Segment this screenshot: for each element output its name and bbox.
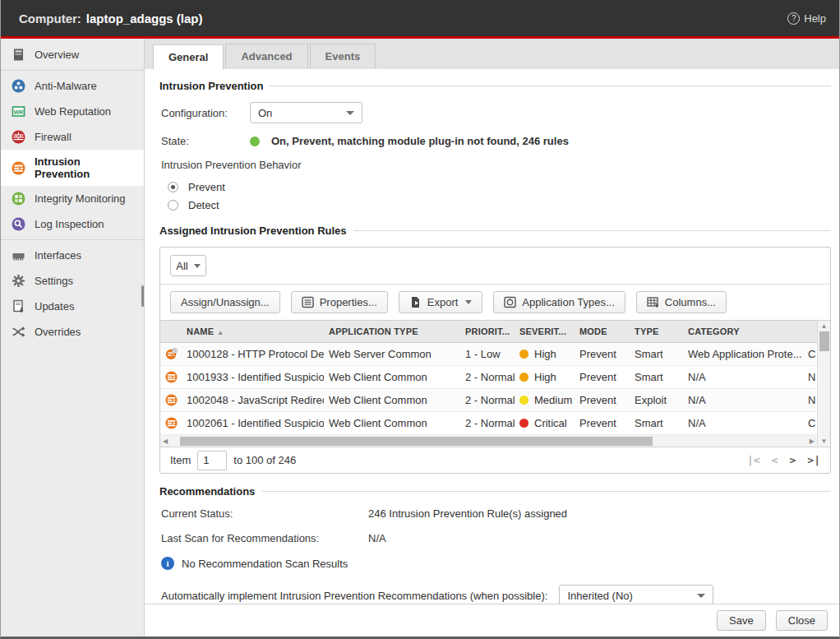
auto-implement-value: Inherited (No) bbox=[567, 590, 632, 602]
chevron-down-icon bbox=[465, 300, 472, 304]
column-header-application-type[interactable]: APPLICATION TYPE bbox=[324, 326, 460, 336]
sidebar-item-anti-malware[interactable]: Anti-Malware bbox=[1, 73, 144, 99]
column-header-type[interactable]: TYPE bbox=[630, 326, 683, 336]
radio-detect-control[interactable] bbox=[168, 200, 178, 211]
sidebar-item-overview[interactable]: Overview bbox=[1, 42, 144, 67]
integrity-monitoring-icon bbox=[12, 192, 25, 206]
sidebar-item-web-reputation[interactable]: WR Web Reputation bbox=[1, 99, 144, 124]
column-header-mode[interactable]: MODE bbox=[575, 326, 630, 336]
severity-dot bbox=[519, 419, 528, 428]
table-row[interactable]: 1002048 - JavaScript Redirect S... Web C… bbox=[160, 389, 817, 412]
radio-detect[interactable]: Detect bbox=[168, 199, 831, 211]
pagination-bar: Item to 100 of 246 |< < > >| bbox=[160, 447, 830, 473]
properties-label: Properties... bbox=[320, 296, 377, 308]
sidebar-item-label: Overrides bbox=[35, 326, 81, 338]
table-row[interactable]: 1001933 - Identified Suspicious... Web C… bbox=[160, 366, 817, 389]
rule-next-col-partial: N bbox=[803, 394, 817, 406]
export-button[interactable]: Export bbox=[399, 291, 483, 313]
chevron-down-icon bbox=[194, 264, 201, 268]
rules-filter-select[interactable]: All bbox=[170, 255, 206, 276]
scroll-right-icon[interactable]: ▶ bbox=[807, 438, 817, 445]
range-text: to 100 of 246 bbox=[233, 454, 296, 466]
intrusion-rule-icon bbox=[165, 371, 178, 383]
tab-general[interactable]: General bbox=[153, 44, 224, 70]
info-icon: i bbox=[161, 557, 174, 570]
current-status-label: Current Status: bbox=[161, 507, 368, 520]
rule-next-col-partial: C bbox=[803, 417, 817, 429]
column-header-name[interactable]: NAME▲ bbox=[182, 326, 324, 336]
sidebar-divider bbox=[1, 70, 144, 71]
sidebar-item-label: Anti-Malware bbox=[35, 80, 97, 92]
export-label: Export bbox=[427, 296, 459, 308]
columns-button[interactable]: Columns... bbox=[636, 291, 727, 313]
rule-name: 1002061 - Identified Suspicious... bbox=[187, 417, 324, 429]
configuration-label: Configuration: bbox=[161, 107, 250, 119]
rule-priority: 1 - Low bbox=[460, 348, 515, 360]
help-button[interactable]: ? Help bbox=[787, 12, 826, 25]
vertical-scrollbar-thumb[interactable] bbox=[819, 331, 829, 351]
rule-priority: 2 - Normal bbox=[460, 394, 515, 406]
sidebar-divider bbox=[1, 239, 144, 240]
scroll-up-icon[interactable]: ▲ bbox=[821, 322, 828, 330]
close-button[interactable]: Close bbox=[776, 610, 828, 631]
column-header-category[interactable]: CATEGORY bbox=[683, 326, 803, 336]
state-label: State: bbox=[161, 135, 250, 147]
tab-events[interactable]: Events bbox=[310, 44, 376, 69]
general-tab-content: Intrusion Prevention Configuration: On S… bbox=[145, 70, 839, 604]
properties-button[interactable]: Properties... bbox=[291, 291, 388, 313]
application-types-button[interactable]: Application Types... bbox=[493, 291, 625, 313]
table-row[interactable]: 1002061 - Identified Suspicious... Web C… bbox=[160, 412, 817, 435]
vertical-scrollbar[interactable]: ▲ ▼ bbox=[817, 321, 830, 447]
table-row[interactable]: 1000128 - HTTP Protocol Decod... Web Ser… bbox=[160, 343, 817, 366]
horizontal-scrollbar[interactable]: ◀ ▶ bbox=[160, 435, 817, 447]
rules-filter-value: All bbox=[176, 260, 187, 272]
sidebar-item-log-inspection[interactable]: Log Inspection bbox=[1, 211, 144, 237]
horizontal-scrollbar-thumb[interactable] bbox=[180, 437, 653, 446]
sidebar-item-intrusion-prevention[interactable]: Intrusion Prevention bbox=[1, 150, 144, 186]
rule-priority: 2 - Normal bbox=[460, 417, 515, 429]
radio-prevent-control[interactable] bbox=[168, 182, 178, 192]
application-types-label: Application Types... bbox=[522, 296, 615, 308]
sidebar-item-integrity-monitoring[interactable]: Integrity Monitoring bbox=[1, 186, 144, 211]
scroll-left-icon[interactable]: ◀ bbox=[160, 438, 170, 445]
sidebar-item-label: Interfaces bbox=[35, 249, 81, 262]
last-page-button[interactable]: >| bbox=[807, 454, 820, 466]
radio-prevent[interactable]: Prevent bbox=[168, 181, 831, 193]
rule-application-type: Web Client Common bbox=[324, 394, 460, 406]
sidebar-item-label: Settings bbox=[35, 275, 73, 287]
auto-implement-select[interactable]: Inherited (No) bbox=[559, 585, 713, 604]
tab-advanced[interactable]: Advanced bbox=[225, 44, 307, 69]
prev-page-button[interactable]: < bbox=[772, 454, 778, 466]
rule-severity: Medium bbox=[534, 394, 572, 406]
column-header-severity[interactable]: SEVERIT... bbox=[515, 326, 575, 336]
sidebar-item-interfaces[interactable]: Interfaces bbox=[1, 243, 144, 268]
item-number-input[interactable] bbox=[197, 451, 227, 470]
sidebar-item-overrides[interactable]: Overrides bbox=[1, 319, 144, 345]
rule-type: Smart bbox=[630, 348, 683, 360]
scroll-down-icon[interactable]: ▼ bbox=[821, 438, 828, 445]
sidebar-item-label: Updates bbox=[35, 300, 74, 313]
current-status-value: 246 Intrusion Prevention Rule(s) assigne… bbox=[368, 507, 567, 520]
rule-name: 1000128 - HTTP Protocol Decod... bbox=[187, 348, 324, 360]
sidebar-scrollbar[interactable] bbox=[141, 285, 144, 307]
sidebar-item-firewall[interactable]: Firewall bbox=[1, 124, 144, 150]
page-title: Computer:laptop_adaggs (lap) bbox=[19, 12, 203, 25]
page-title-prefix: Computer: bbox=[19, 12, 81, 25]
next-page-button[interactable]: > bbox=[790, 454, 796, 466]
interfaces-icon bbox=[12, 248, 25, 262]
first-page-button[interactable]: |< bbox=[747, 454, 760, 466]
properties-icon bbox=[302, 296, 314, 308]
intrusion-prevention-icon bbox=[12, 161, 25, 175]
assign-unassign-button[interactable]: Assign/Unassign... bbox=[170, 291, 280, 313]
anti-malware-icon bbox=[12, 79, 25, 93]
rule-name: 1001933 - Identified Suspicious... bbox=[187, 371, 324, 383]
rules-panel: All Assign/Unassign... Properties... bbox=[159, 247, 831, 474]
rule-category: Web Application Prote... bbox=[683, 348, 803, 360]
sidebar-item-settings[interactable]: Settings bbox=[1, 268, 144, 294]
save-button[interactable]: Save bbox=[717, 610, 766, 631]
sidebar-item-label: Integrity Monitoring bbox=[35, 192, 126, 205]
sidebar-item-label: Web Reputation bbox=[35, 105, 111, 118]
configuration-select[interactable]: On bbox=[250, 102, 362, 123]
column-header-priority[interactable]: PRIORIT... bbox=[460, 326, 515, 336]
sidebar-item-updates[interactable]: Updates bbox=[1, 294, 144, 319]
